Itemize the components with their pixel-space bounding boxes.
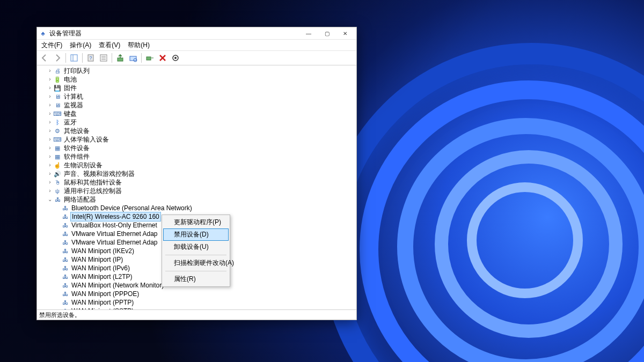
tree-node-label: 软件组件 [63, 152, 91, 161]
device-icon: 🔋 [53, 76, 62, 83]
ctx-separator [165, 255, 226, 255]
tree-node[interactable]: ›🔋电池 [39, 75, 356, 84]
tree-node[interactable]: ›🖨打印队列 [39, 67, 356, 75]
expand-icon[interactable]: › [47, 101, 53, 109]
collapse-icon[interactable]: ⌄ [47, 195, 53, 204]
expand-icon[interactable]: › [47, 75, 53, 84]
tree-node-label: 监视器 [63, 101, 84, 109]
expand-icon[interactable]: › [47, 161, 53, 169]
device-icon: 🖧 [61, 230, 69, 238]
tree-node[interactable]: ›ᛒ蓝牙 [39, 118, 356, 127]
expand-icon[interactable]: › [47, 109, 53, 118]
app-icon: ♣ [39, 29, 47, 37]
forward-button[interactable] [52, 52, 63, 64]
maximize-button[interactable]: ▢ [318, 27, 336, 39]
no-expand-icon: · [54, 230, 61, 238]
back-button[interactable] [39, 52, 50, 64]
tree-node[interactable]: ›🖱鼠标和其他指针设备 [39, 178, 356, 187]
device-icon: 🖧 [61, 299, 69, 306]
no-expand-icon: · [54, 212, 61, 221]
device-icon: 🖧 [61, 204, 69, 212]
device-icon: 🖧 [61, 221, 69, 229]
no-expand-icon: · [54, 281, 61, 290]
titlebar[interactable]: ♣ 设备管理器 — ▢ ✕ [37, 27, 356, 40]
expand-icon[interactable]: › [47, 178, 53, 187]
menu-action[interactable]: 操作(A) [67, 40, 94, 50]
tree-node-label: 生物识别设备 [63, 161, 104, 169]
device-icon: 🔊 [53, 170, 62, 178]
tree-node-label: VMware Virtual Ethernet Adap [70, 230, 159, 238]
menu-file[interactable]: 文件(F) [38, 40, 65, 50]
tree-node[interactable]: ·🖧WAN Miniport (PPPOE) [39, 290, 356, 298]
tree-node[interactable]: ›▦软件设备 [39, 144, 356, 152]
tree-node-label: Bluetooth Device (Personal Area Network) [70, 204, 193, 212]
device-icon: 🖱 [53, 179, 62, 186]
expand-icon[interactable]: › [47, 144, 53, 152]
disable-device-button[interactable] [170, 52, 181, 64]
expand-icon[interactable]: › [47, 92, 53, 101]
tree-node-label: 网络适配器 [63, 195, 97, 204]
tree-node[interactable]: ›⚙其他设备 [39, 127, 356, 135]
device-icon: 🖧 [53, 196, 62, 203]
device-icon: ☝ [53, 161, 62, 169]
device-icon: 🖧 [61, 247, 69, 255]
tree-node-label: 声音、视频和游戏控制器 [63, 169, 136, 178]
svg-text:?: ? [89, 55, 92, 61]
tree-node-label: 通用串行总线控制器 [63, 187, 123, 195]
show-hide-tree-button[interactable] [68, 52, 80, 64]
expand-icon[interactable]: › [47, 84, 53, 92]
uninstall-device-button[interactable] [157, 52, 169, 64]
tree-node[interactable]: ·🖧Bluetooth Device (Personal Area Networ… [39, 204, 356, 212]
tree-node-label: WAN Miniport (IPv6) [70, 264, 131, 272]
device-icon: ⌨ [53, 110, 62, 117]
tree-node-label: WAN Miniport (IP) [70, 255, 124, 264]
expand-icon[interactable]: › [47, 187, 53, 195]
expand-icon[interactable]: › [47, 118, 53, 127]
tree-node[interactable]: ›🖥监视器 [39, 101, 356, 109]
toolbar-separator [112, 53, 112, 63]
expand-icon[interactable]: › [47, 169, 53, 178]
toolbar-separator [141, 53, 142, 63]
device-icon: ⚙ [53, 127, 62, 135]
ctx-uninstall-device[interactable]: 卸载设备(U) [163, 241, 229, 253]
tree-node-label: VirtualBox Host-Only Ethernet [70, 221, 158, 230]
tree-node[interactable]: ›🖥计算机 [39, 92, 356, 101]
enable-device-button[interactable] [144, 52, 156, 64]
no-expand-icon: · [54, 272, 61, 281]
tree-node[interactable]: ⌄🖧网络适配器 [39, 195, 356, 204]
expand-icon[interactable]: › [47, 127, 53, 135]
tree-node[interactable]: ›💾固件 [39, 84, 356, 92]
expand-icon[interactable]: › [47, 152, 53, 161]
tree-node-label: WAN Miniport (PPPOE) [70, 290, 140, 298]
menu-view[interactable]: 查看(V) [96, 40, 123, 50]
expand-icon[interactable]: › [47, 135, 53, 144]
ctx-update-driver[interactable]: 更新驱动程序(P) [163, 216, 229, 228]
help-button[interactable]: ? [85, 52, 97, 64]
minimize-button[interactable]: — [299, 27, 318, 39]
tree-node[interactable]: ›▦软件组件 [39, 152, 356, 161]
tree-node[interactable]: ›🔊声音、视频和游戏控制器 [39, 169, 356, 178]
tree-node-label: 软件设备 [63, 144, 91, 152]
properties-button[interactable] [98, 52, 109, 64]
tree-node[interactable]: ›⌨键盘 [39, 109, 356, 118]
menu-help[interactable]: 帮助(H) [125, 40, 153, 50]
device-icon: ▦ [53, 144, 62, 152]
update-driver-button[interactable] [114, 52, 126, 64]
tree-node[interactable]: ›☝生物识别设备 [39, 161, 356, 169]
device-icon: ▦ [53, 153, 62, 160]
tree-node[interactable]: ›ψ通用串行总线控制器 [39, 187, 356, 195]
tree-node[interactable]: ·🖧WAN Miniport (PPTP) [39, 298, 356, 307]
tree-node-label: 打印队列 [63, 67, 91, 75]
tree-node[interactable]: ›⌨人体学输入设备 [39, 135, 356, 144]
device-icon: ψ [53, 187, 62, 195]
device-icon: 🖧 [61, 273, 69, 280]
ctx-disable-device[interactable]: 禁用设备(D) [163, 228, 229, 241]
scan-hardware-button[interactable] [127, 52, 139, 64]
tree-node-label: WAN Miniport (L2TP) [70, 272, 134, 281]
tree-node-label: 鼠标和其他指针设备 [63, 178, 123, 187]
expand-icon[interactable]: › [47, 67, 53, 75]
ctx-properties[interactable]: 属性(R) [163, 273, 229, 285]
close-button[interactable]: ✕ [336, 27, 354, 39]
device-icon: ⌨ [53, 136, 62, 143]
ctx-scan-hardware[interactable]: 扫描检测硬件改动(A) [163, 257, 229, 269]
